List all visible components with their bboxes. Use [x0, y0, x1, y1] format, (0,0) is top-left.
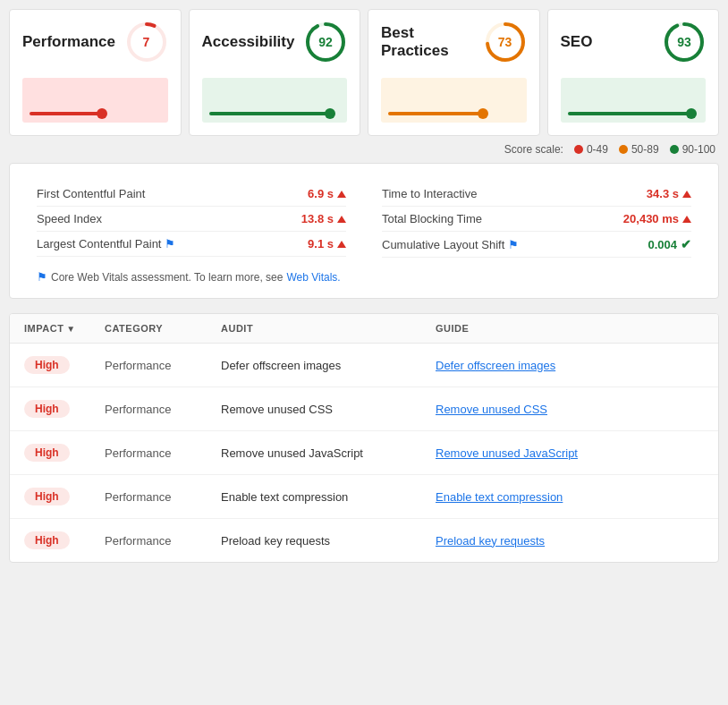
impact-badge: High: [24, 356, 70, 374]
metric-label: Cumulative Layout Shift⚑: [382, 238, 519, 251]
table-row: High Performance Preload key requests Pr…: [10, 519, 718, 562]
score-card-best-practices: Best Practices 73: [368, 9, 540, 136]
impact-badge: High: [24, 400, 70, 418]
metric-row: Total Blocking Time 20,430 ms: [382, 207, 691, 232]
impact-cell: High: [24, 400, 105, 418]
metric-row: Speed Index 13.8 s: [37, 207, 346, 232]
impact-badge: High: [24, 444, 70, 462]
metric-row: Cumulative Layout Shift⚑ 0.004 ✔: [382, 232, 691, 258]
scale-dot-icon: [619, 145, 628, 154]
metric-row: Largest Contentful Paint⚑ 9.1 s: [37, 232, 346, 257]
scale-item-90-100: 90-100: [670, 143, 715, 156]
score-circle: 92: [304, 21, 347, 64]
score-value: 93: [677, 35, 691, 49]
cwv-note-text: Core Web Vitals assessment. To learn mor…: [51, 271, 283, 284]
guide-link[interactable]: Remove unused JavaScript: [436, 446, 578, 460]
cwv-flag-icon: ⚑: [165, 237, 175, 251]
score-circle: 7: [125, 21, 168, 64]
category-cell: Performance: [105, 490, 221, 504]
metric-label: First Contentful Paint: [37, 187, 145, 200]
category-cell: Performance: [105, 359, 221, 372]
sort-arrow-icon: ▼: [66, 324, 75, 334]
metric-row: First Contentful Paint 6.9 s: [37, 182, 346, 207]
metric-label: Speed Index: [37, 212, 102, 225]
metric-value: 6.9 s: [308, 187, 346, 200]
audit-name-cell: Defer offscreen images: [221, 359, 436, 372]
fail-icon: [337, 241, 346, 248]
score-value: 73: [498, 35, 512, 49]
score-bar: [22, 78, 168, 123]
score-title: Performance: [22, 33, 115, 51]
score-cards-row: Performance 7 Accessibility 92: [9, 9, 719, 136]
score-scale-label: Score scale:: [504, 143, 563, 156]
score-circle: 73: [484, 21, 527, 64]
score-title: Accessibility: [202, 33, 295, 51]
audit-name-cell: Enable text compression: [221, 490, 436, 504]
category-cell: Performance: [105, 534, 221, 548]
score-scale: Score scale: 0-49 50-89 90-100: [9, 143, 719, 156]
fail-icon: [682, 191, 691, 198]
guide-cell: Defer offscreen images: [436, 359, 704, 372]
fail-icon: [337, 216, 346, 223]
guide-cell: Preload key requests: [436, 534, 704, 548]
audit-header-impact[interactable]: IMPACT ▼: [24, 323, 105, 334]
score-bar: [202, 78, 348, 123]
score-title: Best Practices: [381, 24, 484, 60]
guide-link[interactable]: Enable text compression: [436, 490, 563, 504]
impact-cell: High: [24, 531, 105, 549]
metric-value: 20,430 ms: [623, 212, 691, 225]
metric-value: 34.3 s: [647, 187, 691, 200]
metric-value: 9.1 s: [308, 237, 346, 251]
scale-label: 0-49: [587, 143, 608, 156]
impact-badge: High: [24, 488, 70, 505]
scale-item-0-49: 0-49: [574, 143, 608, 156]
metric-row: Time to Interactive 34.3 s: [382, 182, 691, 207]
guide-link[interactable]: Remove unused CSS: [436, 403, 547, 416]
table-row: High Performance Remove unused JavaScrip…: [10, 431, 718, 475]
score-card-accessibility: Accessibility 92: [189, 9, 361, 136]
metrics-left: First Contentful Paint 6.9 s Speed Index…: [37, 182, 346, 258]
impact-badge: High: [24, 531, 70, 549]
score-card-seo: SEO 93: [547, 9, 720, 136]
fail-icon: [337, 191, 346, 198]
metrics-right: Time to Interactive 34.3 s Total Blockin…: [382, 182, 691, 258]
impact-cell: High: [24, 488, 105, 505]
impact-cell: High: [24, 356, 105, 374]
score-title: SEO: [561, 33, 593, 51]
metric-value: 13.8 s: [301, 212, 346, 225]
metrics-grid: First Contentful Paint 6.9 s Speed Index…: [37, 182, 691, 258]
score-bar: [561, 78, 707, 123]
score-circle: 93: [663, 21, 706, 64]
audit-header-guide: GUIDE: [436, 323, 704, 334]
scale-dot-icon: [670, 145, 679, 154]
category-cell: Performance: [105, 403, 221, 416]
scale-item-50-89: 50-89: [619, 143, 659, 156]
guide-cell: Enable text compression: [436, 490, 704, 504]
audit-header: IMPACT ▼ CATEGORY AUDIT GUIDE: [10, 314, 718, 344]
metric-value: 0.004 ✔: [648, 237, 691, 251]
cwv-link[interactable]: Web Vitals.: [286, 271, 340, 284]
table-row: High Performance Enable text compression…: [10, 475, 718, 519]
guide-link[interactable]: Defer offscreen images: [436, 359, 555, 372]
fail-icon: [682, 216, 691, 223]
audit-name-cell: Preload key requests: [221, 534, 436, 548]
cwv-note: ⚑ Core Web Vitals assessment. To learn m…: [37, 270, 691, 284]
metric-label: Total Blocking Time: [382, 212, 482, 225]
pass-icon: ✔: [681, 237, 691, 251]
category-cell: Performance: [105, 446, 221, 460]
guide-cell: Remove unused JavaScript: [436, 446, 704, 460]
metric-label: Largest Contentful Paint⚑: [37, 237, 175, 251]
metric-label: Time to Interactive: [382, 187, 477, 200]
scale-label: 50-89: [631, 143, 659, 156]
audit-name-cell: Remove unused CSS: [221, 403, 436, 416]
guide-link[interactable]: Preload key requests: [436, 534, 545, 548]
cwv-flag-icon: ⚑: [37, 270, 47, 284]
audit-section: IMPACT ▼ CATEGORY AUDIT GUIDE High Perfo…: [9, 313, 719, 563]
score-value: 92: [318, 35, 333, 49]
cwv-flag-icon: ⚑: [508, 238, 519, 251]
audit-header-category: CATEGORY: [105, 323, 221, 334]
score-bar: [381, 78, 527, 123]
impact-cell: High: [24, 444, 105, 462]
scale-label: 90-100: [682, 143, 715, 156]
score-value: 7: [143, 35, 150, 49]
